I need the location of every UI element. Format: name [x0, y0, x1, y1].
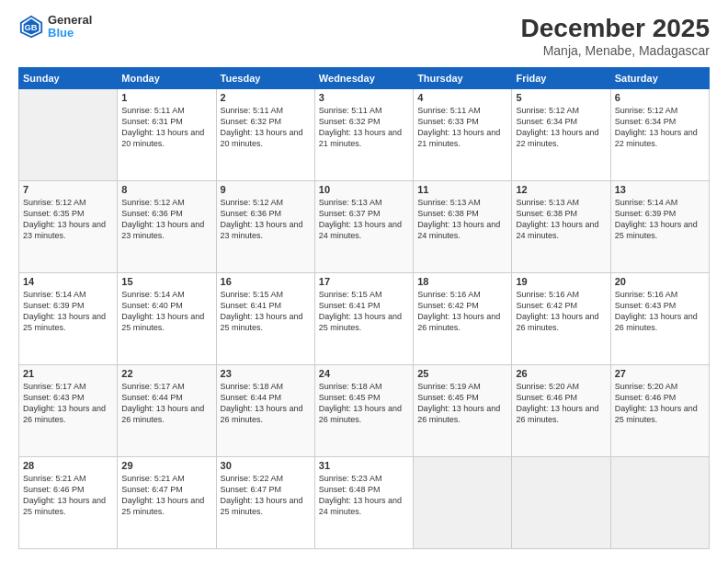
- day-number: 29: [121, 460, 211, 471]
- calendar-cell: 19Sunrise: 5:16 AM Sunset: 6:42 PM Dayli…: [512, 273, 610, 365]
- calendar-cell: 15Sunrise: 5:14 AM Sunset: 6:40 PM Dayli…: [118, 273, 216, 365]
- calendar-cell: 22Sunrise: 5:17 AM Sunset: 6:44 PM Dayli…: [118, 365, 216, 457]
- cell-info: Sunrise: 5:20 AM Sunset: 6:46 PM Dayligh…: [516, 381, 606, 426]
- day-number: 30: [221, 460, 311, 471]
- calendar-cell: 25Sunrise: 5:19 AM Sunset: 6:45 PM Dayli…: [414, 365, 512, 457]
- day-number: 31: [319, 460, 409, 471]
- calendar-cell: [610, 457, 709, 549]
- day-number: 26: [516, 368, 606, 379]
- calendar-subtitle: Manja, Menabe, Madagascar: [521, 43, 710, 58]
- calendar-cell: 5Sunrise: 5:12 AM Sunset: 6:34 PM Daylig…: [512, 89, 610, 181]
- day-number: 25: [417, 368, 507, 379]
- cell-info: Sunrise: 5:12 AM Sunset: 6:34 PM Dayligh…: [516, 105, 606, 150]
- logo-line2: Blue: [48, 27, 92, 40]
- day-number: 5: [516, 92, 606, 103]
- day-number: 28: [23, 460, 113, 471]
- calendar-cell: 24Sunrise: 5:18 AM Sunset: 6:45 PM Dayli…: [314, 365, 413, 457]
- cell-info: Sunrise: 5:15 AM Sunset: 6:41 PM Dayligh…: [319, 289, 409, 334]
- logo: GB General Blue: [18, 14, 92, 40]
- day-number: 21: [23, 368, 113, 379]
- calendar-cell: 28Sunrise: 5:21 AM Sunset: 6:46 PM Dayli…: [19, 457, 118, 549]
- calendar-cell: 10Sunrise: 5:13 AM Sunset: 6:37 PM Dayli…: [314, 181, 413, 273]
- day-number: 1: [121, 92, 211, 103]
- day-number: 4: [417, 92, 507, 103]
- calendar-cell: 11Sunrise: 5:13 AM Sunset: 6:38 PM Dayli…: [414, 181, 512, 273]
- cell-info: Sunrise: 5:19 AM Sunset: 6:45 PM Dayligh…: [417, 381, 507, 426]
- day-number: 20: [615, 276, 705, 287]
- calendar-title: December 2025: [521, 14, 710, 43]
- cell-info: Sunrise: 5:13 AM Sunset: 6:38 PM Dayligh…: [516, 197, 606, 242]
- day-number: 3: [319, 92, 409, 103]
- day-number: 27: [615, 368, 705, 379]
- day-number: 14: [23, 276, 113, 287]
- logo-line1: General: [48, 14, 92, 27]
- day-number: 12: [516, 184, 606, 195]
- calendar-cell: 26Sunrise: 5:20 AM Sunset: 6:46 PM Dayli…: [512, 365, 610, 457]
- day-number: 10: [319, 184, 409, 195]
- cell-info: Sunrise: 5:16 AM Sunset: 6:42 PM Dayligh…: [516, 289, 606, 334]
- calendar-cell: 21Sunrise: 5:17 AM Sunset: 6:43 PM Dayli…: [19, 365, 118, 457]
- logo-text: General Blue: [48, 14, 92, 40]
- calendar-cell: 1Sunrise: 5:11 AM Sunset: 6:31 PM Daylig…: [118, 89, 216, 181]
- header-monday: Monday: [118, 68, 216, 89]
- calendar-cell: 3Sunrise: 5:11 AM Sunset: 6:32 PM Daylig…: [314, 89, 413, 181]
- day-number: 16: [221, 276, 311, 287]
- calendar-cell: 8Sunrise: 5:12 AM Sunset: 6:36 PM Daylig…: [118, 181, 216, 273]
- header-wednesday: Wednesday: [314, 68, 413, 89]
- calendar-header-row: Sunday Monday Tuesday Wednesday Thursday…: [19, 68, 710, 89]
- calendar-week-1: 1Sunrise: 5:11 AM Sunset: 6:31 PM Daylig…: [19, 89, 710, 181]
- logo-icon: GB: [18, 14, 44, 40]
- day-number: 22: [121, 368, 211, 379]
- calendar-table: Sunday Monday Tuesday Wednesday Thursday…: [18, 67, 710, 549]
- cell-info: Sunrise: 5:15 AM Sunset: 6:41 PM Dayligh…: [221, 289, 311, 334]
- cell-info: Sunrise: 5:17 AM Sunset: 6:44 PM Dayligh…: [121, 381, 211, 426]
- day-number: 15: [121, 276, 211, 287]
- cell-info: Sunrise: 5:12 AM Sunset: 6:36 PM Dayligh…: [121, 197, 211, 242]
- cell-info: Sunrise: 5:13 AM Sunset: 6:37 PM Dayligh…: [319, 197, 409, 242]
- page: GB General Blue December 2025 Manja, Men…: [0, 0, 728, 563]
- day-number: 23: [221, 368, 311, 379]
- cell-info: Sunrise: 5:20 AM Sunset: 6:46 PM Dayligh…: [615, 381, 705, 426]
- cell-info: Sunrise: 5:23 AM Sunset: 6:48 PM Dayligh…: [319, 473, 409, 518]
- calendar-cell: 17Sunrise: 5:15 AM Sunset: 6:41 PM Dayli…: [314, 273, 413, 365]
- header-sunday: Sunday: [19, 68, 118, 89]
- header-friday: Friday: [512, 68, 610, 89]
- day-number: 9: [221, 184, 311, 195]
- calendar-cell: 27Sunrise: 5:20 AM Sunset: 6:46 PM Dayli…: [610, 365, 709, 457]
- calendar-week-5: 28Sunrise: 5:21 AM Sunset: 6:46 PM Dayli…: [19, 457, 710, 549]
- calendar-cell: 23Sunrise: 5:18 AM Sunset: 6:44 PM Dayli…: [216, 365, 314, 457]
- cell-info: Sunrise: 5:22 AM Sunset: 6:47 PM Dayligh…: [221, 473, 311, 518]
- header-thursday: Thursday: [414, 68, 512, 89]
- cell-info: Sunrise: 5:11 AM Sunset: 6:33 PM Dayligh…: [417, 105, 507, 150]
- calendar-cell: 16Sunrise: 5:15 AM Sunset: 6:41 PM Dayli…: [216, 273, 314, 365]
- svg-text:GB: GB: [25, 23, 38, 32]
- cell-info: Sunrise: 5:14 AM Sunset: 6:39 PM Dayligh…: [615, 197, 705, 242]
- calendar-cell: 31Sunrise: 5:23 AM Sunset: 6:48 PM Dayli…: [314, 457, 413, 549]
- day-number: 8: [121, 184, 211, 195]
- day-number: 11: [417, 184, 507, 195]
- calendar-cell: [512, 457, 610, 549]
- calendar-cell: [19, 89, 118, 181]
- cell-info: Sunrise: 5:11 AM Sunset: 6:31 PM Dayligh…: [121, 105, 211, 150]
- day-number: 18: [417, 276, 507, 287]
- cell-info: Sunrise: 5:12 AM Sunset: 6:34 PM Dayligh…: [615, 105, 705, 150]
- cell-info: Sunrise: 5:14 AM Sunset: 6:40 PM Dayligh…: [121, 289, 211, 334]
- calendar-cell: 20Sunrise: 5:16 AM Sunset: 6:43 PM Dayli…: [610, 273, 709, 365]
- day-number: 24: [319, 368, 409, 379]
- cell-info: Sunrise: 5:12 AM Sunset: 6:35 PM Dayligh…: [23, 197, 113, 242]
- cell-info: Sunrise: 5:21 AM Sunset: 6:47 PM Dayligh…: [121, 473, 211, 518]
- header: GB General Blue December 2025 Manja, Men…: [18, 14, 710, 58]
- day-number: 6: [615, 92, 705, 103]
- cell-info: Sunrise: 5:13 AM Sunset: 6:38 PM Dayligh…: [417, 197, 507, 242]
- cell-info: Sunrise: 5:11 AM Sunset: 6:32 PM Dayligh…: [319, 105, 409, 150]
- cell-info: Sunrise: 5:18 AM Sunset: 6:45 PM Dayligh…: [319, 381, 409, 426]
- cell-info: Sunrise: 5:11 AM Sunset: 6:32 PM Dayligh…: [221, 105, 311, 150]
- calendar-cell: 2Sunrise: 5:11 AM Sunset: 6:32 PM Daylig…: [216, 89, 314, 181]
- calendar-cell: 18Sunrise: 5:16 AM Sunset: 6:42 PM Dayli…: [414, 273, 512, 365]
- cell-info: Sunrise: 5:21 AM Sunset: 6:46 PM Dayligh…: [23, 473, 113, 518]
- header-tuesday: Tuesday: [216, 68, 314, 89]
- calendar-week-3: 14Sunrise: 5:14 AM Sunset: 6:39 PM Dayli…: [19, 273, 710, 365]
- cell-info: Sunrise: 5:17 AM Sunset: 6:43 PM Dayligh…: [23, 381, 113, 426]
- day-number: 2: [221, 92, 311, 103]
- calendar-cell: 13Sunrise: 5:14 AM Sunset: 6:39 PM Dayli…: [610, 181, 709, 273]
